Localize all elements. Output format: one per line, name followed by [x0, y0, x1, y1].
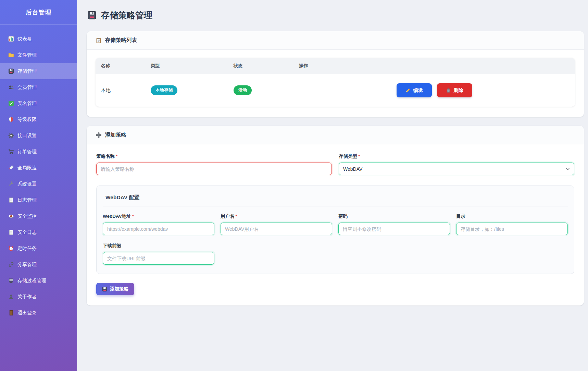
add-policy-submit-button[interactable]: 添加策略: [96, 283, 134, 295]
floppy-disk-icon: [102, 287, 107, 292]
gear-icon: [8, 133, 14, 139]
bar-chart-icon: [8, 36, 14, 42]
pencil-icon: [405, 88, 411, 93]
page-title: 存储策略管理: [101, 10, 152, 21]
sidebar-item-permissions[interactable]: 等级权限: [0, 111, 77, 128]
sidebar-item-rate-limit[interactable]: 全局限速: [0, 160, 77, 176]
sidebar-item-label: 存储过程管理: [17, 278, 46, 284]
required-mark: *: [116, 154, 117, 159]
policy-name-input[interactable]: [96, 163, 332, 175]
trash-icon: [446, 88, 451, 93]
storage-type-select[interactable]: WebDAV: [339, 163, 574, 175]
edit-button[interactable]: 编辑: [397, 83, 432, 97]
download-prefix-field-group: 下载前缀: [103, 243, 214, 265]
webdav-address-field-group: WebDAV地址*: [103, 213, 214, 235]
webdav-address-input[interactable]: [103, 223, 214, 235]
required-mark: *: [358, 154, 360, 159]
check-icon: [8, 100, 14, 106]
webdav-directory-input[interactable]: [456, 223, 568, 235]
sidebar-item-label: 全局限速: [17, 165, 37, 171]
policy-name-field-group: 策略名称*: [96, 153, 332, 175]
add-policy-form: 策略名称* 存储类型* WebDAV WebDAV 配置: [87, 144, 584, 306]
download-prefix-label: 下载前缀: [103, 243, 214, 249]
sidebar-item-label: 定时任务: [17, 246, 37, 252]
sidebar-item-about-author[interactable]: 关于作者: [0, 289, 77, 305]
sidebar-item-api-settings[interactable]: 接口设置: [0, 128, 77, 144]
delete-button[interactable]: 删除: [437, 83, 472, 97]
sidebar-item-logout[interactable]: 退出登录: [0, 305, 77, 321]
column-header-type: 类型: [145, 63, 228, 69]
floppy-disk-icon: [87, 11, 97, 20]
sidebar-item-system-settings[interactable]: 系统设置: [0, 176, 77, 192]
column-header-actions: 操作: [293, 63, 575, 69]
sidebar-item-scheduled-tasks[interactable]: 定时任务: [0, 240, 77, 256]
link-icon: [8, 262, 14, 267]
sidebar-item-label: 等级权限: [17, 117, 37, 123]
webdav-password-input[interactable]: [338, 223, 450, 235]
shield-icon: [8, 117, 14, 122]
sidebar-item-realname[interactable]: 实名管理: [0, 95, 77, 111]
sidebar-item-label: 退出登录: [17, 310, 37, 316]
main-content: 存储策略管理 存储策略列表 名称 类型 状态 操作 本地 本地存储: [77, 0, 588, 371]
edit-button-label: 编辑: [413, 87, 423, 94]
sidebar-item-orders[interactable]: 订单管理: [0, 144, 77, 160]
sidebar: 后台管理 仪表盘 文件管理 存储管理 会员管理 实名管理 等级权限: [0, 0, 77, 371]
type-badge: 本地存储: [151, 85, 177, 95]
sidebar-item-label: 仪表盘: [17, 36, 32, 42]
sidebar-item-storage[interactable]: 存储管理: [0, 63, 77, 79]
webdav-username-label: 用户名*: [221, 213, 332, 219]
sidebar-item-label: 会员管理: [17, 84, 37, 91]
policy-name-label: 策略名称*: [96, 153, 332, 159]
chevron-down-icon: [566, 168, 570, 170]
sidebar-item-label: 接口设置: [17, 133, 37, 139]
delete-button-label: 删除: [454, 87, 463, 94]
document-icon: [8, 229, 14, 235]
webdav-password-field-group: 密码: [338, 213, 450, 235]
sidebar-item-label: 安全日志: [17, 229, 37, 236]
storage-type-label: 存储类型*: [339, 153, 574, 159]
column-header-name: 名称: [96, 63, 145, 69]
policy-actions-cell: 编辑 删除: [293, 83, 575, 97]
folder-icon: [8, 52, 14, 58]
sidebar-item-stored-procedures[interactable]: 存储过程管理: [0, 273, 77, 289]
sidebar-item-label: 文件管理: [17, 52, 37, 58]
storage-type-field-group: 存储类型* WebDAV: [339, 153, 574, 175]
storage-type-selected-value: WebDAV: [343, 166, 362, 172]
policy-list-card: 存储策略列表 名称 类型 状态 操作 本地 本地存储 活动: [87, 31, 584, 117]
floppy-disk-icon: [8, 68, 14, 74]
policy-list-card-title: 存储策略列表: [105, 37, 137, 44]
sidebar-item-label: 日志管理: [17, 197, 37, 203]
webdav-username-input[interactable]: [221, 223, 332, 235]
sidebar-item-label: 分享管理: [17, 262, 37, 268]
sidebar-item-logs[interactable]: 日志管理: [0, 192, 77, 208]
users-icon: [8, 84, 14, 90]
sidebar-item-label: 安全监控: [17, 213, 37, 219]
sidebar-item-security-logs[interactable]: 安全日志: [0, 224, 77, 240]
add-policy-card-title: 添加策略: [105, 131, 126, 139]
sidebar-item-members[interactable]: 会员管理: [0, 79, 77, 95]
person-icon: [8, 294, 14, 300]
required-mark: *: [132, 214, 134, 219]
sidebar-item-security-monitor[interactable]: 安全监控: [0, 208, 77, 224]
sidebar-item-shares[interactable]: 分享管理: [0, 256, 77, 273]
sidebar-item-files[interactable]: 文件管理: [0, 47, 77, 63]
status-badge: 活动: [234, 85, 252, 95]
sidebar-item-dashboard[interactable]: 仪表盘: [0, 31, 77, 47]
policy-name-cell: 本地: [96, 87, 145, 94]
sidebar-item-label: 关于作者: [17, 294, 37, 300]
add-policy-submit-label: 添加策略: [110, 286, 128, 292]
table-row: 本地 本地存储 活动 编辑 删除: [96, 74, 575, 107]
wrench-icon: [8, 181, 14, 187]
policy-type-cell: 本地存储: [145, 85, 228, 95]
download-prefix-input[interactable]: [103, 252, 214, 265]
app-title: 后台管理: [0, 0, 77, 25]
plus-icon: [96, 132, 102, 138]
policy-list-card-body: 名称 类型 状态 操作 本地 本地存储 活动: [87, 50, 584, 117]
cart-icon: [8, 149, 14, 155]
webdav-config-panel: WebDAV 配置 WebDAV地址* 用户名*: [96, 186, 574, 274]
webdav-directory-field-group: 目录: [456, 213, 568, 235]
sidebar-item-label: 订单管理: [17, 149, 37, 155]
policy-table: 名称 类型 状态 操作 本地 本地存储 活动: [96, 58, 575, 107]
sidebar-item-label: 存储管理: [17, 68, 37, 74]
sidebar-item-label: 实名管理: [17, 100, 37, 107]
